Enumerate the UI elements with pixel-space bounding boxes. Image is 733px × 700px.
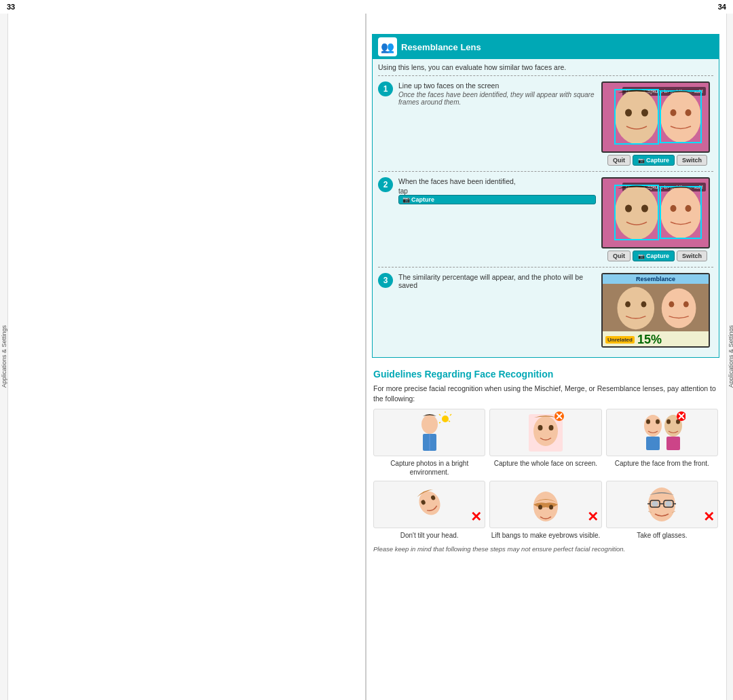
guideline-image-1: [373, 409, 485, 456]
guideline-image-6: [606, 481, 718, 528]
svg-point-19: [660, 91, 701, 143]
r-capture-btn-2[interactable]: 📷 Capture: [633, 251, 675, 261]
svg-point-15: [615, 90, 658, 144]
svg-point-32: [625, 301, 631, 308]
guideline-caption-3: Capture the face from the front.: [606, 459, 718, 468]
svg-line-45: [439, 422, 440, 423]
svg-point-37: [421, 415, 438, 434]
guideline-image-5: [489, 481, 601, 528]
svg-point-49: [548, 425, 553, 430]
r-step-1-image: Tap 📷 Capture to get the result!: [601, 81, 713, 166]
guideline-image-2: [489, 409, 601, 456]
svg-line-43: [449, 421, 450, 422]
r-switch-btn-2[interactable]: Switch: [677, 251, 707, 261]
svg-point-30: [685, 205, 692, 212]
r-step-3-text: The similarity percentage will appear, a…: [398, 273, 596, 291]
svg-line-42: [450, 414, 451, 416]
guideline-item-5: Lift bangs to make eyebrows visible.: [489, 481, 601, 540]
right-side-label: Applications & Settings: [726, 14, 733, 700]
svg-point-22: [685, 109, 692, 116]
page-numbers-bar: 33 34: [0, 0, 733, 14]
svg-point-53: [644, 415, 662, 437]
svg-point-68: [538, 504, 542, 509]
guideline-image-3: [606, 409, 718, 456]
guideline-caption-4: Don't tilt your head.: [373, 531, 485, 540]
guideline-item-2: Capture the whole face on screen.: [489, 409, 601, 477]
svg-point-34: [662, 289, 696, 329]
left-page: Applications & Settings Using the Camera…: [0, 14, 366, 700]
r-switch-btn-1[interactable]: Switch: [677, 155, 707, 166]
guideline-item-6: Take off glasses.: [606, 481, 718, 540]
svg-point-47: [533, 416, 558, 446]
svg-point-26: [641, 205, 648, 213]
svg-rect-56: [646, 437, 660, 450]
resemblance-percent: 15%: [637, 333, 662, 347]
r-step-1-number: 1: [378, 81, 393, 96]
svg-point-54: [646, 419, 650, 424]
r-quit-btn-1[interactable]: Quit: [607, 155, 631, 166]
resemblance-lens-section: 👥 Resemblance Lens Using this lens, you …: [372, 34, 719, 358]
right-page-number: 34: [718, 3, 726, 11]
guideline-image-4: [373, 481, 485, 528]
svg-point-48: [538, 425, 542, 430]
resemblance-step-2: 2 When the faces have been identified, t…: [378, 171, 713, 267]
svg-point-27: [660, 187, 701, 238]
svg-point-23: [615, 185, 658, 240]
svg-point-40: [442, 416, 449, 422]
resemblance-intro: Using this lens, you can evaluate how si…: [378, 63, 713, 71]
resemblance-step-1: 1 Line up two faces on the screen Once t…: [378, 75, 713, 171]
r-buttons-2: Quit 📷 Capture Switch: [601, 251, 713, 261]
r-step-3-number: 3: [378, 273, 393, 288]
guideline-caption-1: Capture photos in a bright environment.: [373, 459, 485, 477]
guideline-caption-5: Lift bangs to make eyebrows visible.: [489, 531, 601, 540]
resemblance-lens-icon: 👥: [378, 37, 397, 56]
guideline-item-1: Capture photos in a bright environment.: [373, 409, 485, 477]
guideline-caption-6: Take off glasses.: [606, 531, 718, 540]
r-step-3-image: Resemblance: [601, 273, 713, 348]
left-page-number: 33: [7, 3, 15, 11]
r-step-2-text: When the faces have been identified, tap…: [398, 177, 596, 204]
guidelines-section: Guidelines Regarding Face Recognition Fo…: [366, 363, 725, 558]
svg-line-44: [439, 414, 440, 416]
svg-point-76: [652, 501, 658, 506]
svg-point-55: [656, 419, 660, 424]
svg-point-17: [625, 109, 632, 117]
capture-inline-btn[interactable]: 📷 Capture: [398, 195, 596, 204]
svg-point-33: [641, 301, 647, 308]
guideline-item-4: Don't tilt your head.: [373, 481, 485, 540]
r-step-1-text: Line up two faces on the screen Once the…: [398, 81, 596, 106]
svg-point-29: [671, 205, 677, 212]
left-side-label: Applications & Settings: [0, 14, 8, 700]
guidelines-intro: For more precise facial recognition when…: [373, 384, 718, 403]
r-quit-btn-2[interactable]: Quit: [607, 251, 631, 261]
svg-point-69: [549, 504, 553, 509]
guideline-item-3: Capture the face from the front.: [606, 409, 718, 477]
unrelated-label: Unrelated: [605, 336, 635, 344]
resemblance-step-3: 3 The similarity percentage will appear,…: [378, 267, 713, 353]
svg-point-77: [665, 501, 672, 506]
guidelines-footer: Please keep in mind that following these…: [373, 545, 718, 553]
r-buttons-1: Quit 📷 Capture Switch: [601, 155, 713, 166]
r-capture-btn-1[interactable]: 📷 Capture: [633, 155, 675, 166]
svg-point-35: [669, 301, 675, 308]
svg-point-31: [617, 287, 654, 329]
guideline-caption-2: Capture the whole face on screen.: [489, 459, 601, 468]
svg-point-58: [666, 419, 671, 424]
svg-point-64: [415, 487, 443, 518]
r-step-2-number: 2: [378, 177, 393, 192]
guidelines-title: Guidelines Regarding Face Recognition: [373, 369, 718, 380]
r-step-2-image: Tap 📷 Capture to get the result!: [601, 177, 713, 261]
right-page: Applications & Settings 👥 Resemblance Le…: [366, 14, 733, 700]
svg-point-21: [671, 109, 677, 116]
resemblance-lens-header: 👥 Resemblance Lens: [373, 35, 719, 59]
svg-rect-60: [666, 437, 680, 450]
svg-point-18: [641, 109, 648, 117]
svg-point-36: [683, 301, 689, 308]
guidelines-grid: Capture photos in a bright environment.: [373, 409, 718, 540]
resemblance-title: Resemblance: [603, 274, 709, 284]
svg-point-25: [625, 205, 632, 213]
